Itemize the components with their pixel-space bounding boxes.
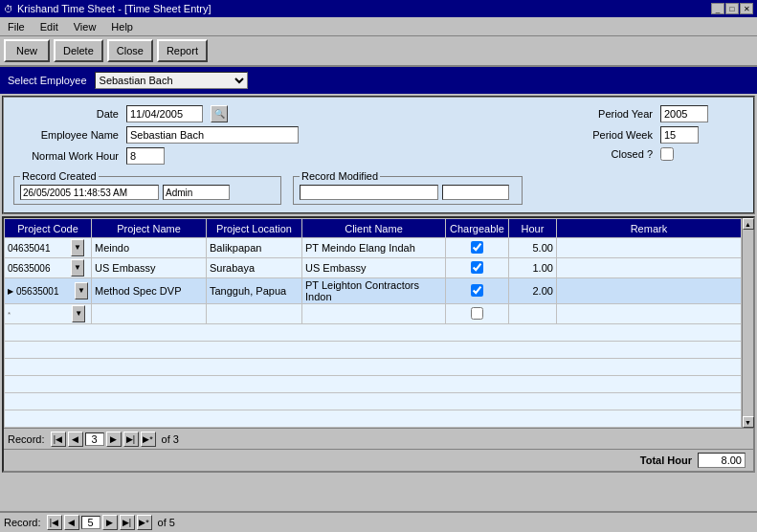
col-header-code: Project Code xyxy=(5,219,92,238)
record-modified-user[interactable] xyxy=(442,185,509,200)
scroll-up-button[interactable]: ▲ xyxy=(743,218,754,230)
inner-nav-current[interactable] xyxy=(85,432,104,446)
scroll-down-button[interactable]: ▼ xyxy=(743,416,754,428)
chargeable-new[interactable] xyxy=(471,307,483,320)
table-row[interactable]: ▶ ▼ Method Spec DVP Tangguh, Papua PT Le… xyxy=(5,278,742,304)
normal-work-hour-label: Normal Work Hour xyxy=(13,150,119,162)
chargeable-3[interactable] xyxy=(471,284,483,297)
table-scrollbar[interactable]: ▲ ▼ xyxy=(742,218,753,428)
project-location-3: Tangguh, Papua xyxy=(207,278,302,304)
nav-next-button[interactable]: ▶ xyxy=(106,432,122,447)
table-area: Project Code Project Name Project Locati… xyxy=(2,216,755,473)
maximize-button[interactable]: □ xyxy=(725,3,739,14)
employee-select[interactable]: Sebastian Bach xyxy=(95,72,248,89)
menu-edit[interactable]: Edit xyxy=(36,20,62,33)
close-button[interactable]: ✕ xyxy=(740,3,753,14)
code-input-1[interactable] xyxy=(8,241,70,255)
record-modified-datetime[interactable] xyxy=(300,185,438,200)
code-input-3[interactable] xyxy=(16,284,74,298)
code-dropdown-1[interactable]: ▼ xyxy=(71,239,84,256)
record-modified-legend: Record Modified xyxy=(300,170,380,182)
nav-first-button[interactable]: |◀ xyxy=(51,432,66,447)
outer-nav-bar: Record: |◀ ◀ ▶ ▶| ▶* of 5 xyxy=(0,511,757,532)
col-header-name: Project Name xyxy=(92,219,207,238)
record-created-user[interactable] xyxy=(163,185,230,200)
remark-3 xyxy=(556,278,741,304)
main-content: Date 🔍 Employee Name Normal Work Hour xyxy=(2,96,755,214)
date-input[interactable] xyxy=(126,105,203,122)
closed-label: Closed ? xyxy=(571,148,653,160)
project-name-1: Meindo xyxy=(92,238,207,258)
outer-nav-next-button[interactable]: ▶ xyxy=(102,515,118,530)
empty-row xyxy=(5,342,742,359)
title-bar: ⏱ Krishand Time Sheet - [Time Sheet Entr… xyxy=(0,0,757,17)
employee-name-input[interactable] xyxy=(126,126,299,144)
window-title: Krishand Time Sheet - [Time Sheet Entry] xyxy=(17,3,212,14)
date-label: Date xyxy=(13,108,119,120)
col-header-location: Project Location xyxy=(207,219,302,238)
code-dropdown-2[interactable]: ▼ xyxy=(71,259,84,277)
code-input-new[interactable] xyxy=(13,307,71,321)
empty-row xyxy=(5,376,742,393)
col-header-chargeable: Chargeable xyxy=(446,219,509,238)
outer-nav-total: of 5 xyxy=(158,517,175,528)
toolbar: New Delete Close Report xyxy=(0,36,757,67)
table-row-new[interactable]: * ▼ xyxy=(5,304,742,324)
total-hour-label: Total Hour xyxy=(640,454,692,466)
nav-last-button[interactable]: ▶| xyxy=(123,432,139,447)
new-button[interactable]: New xyxy=(4,39,50,62)
menu-help[interactable]: Help xyxy=(107,20,137,33)
period-week-label: Period Week xyxy=(571,129,653,141)
client-name-3: PT Leighton Contractors Indon xyxy=(302,278,446,304)
project-name-2: US Embassy xyxy=(92,258,207,278)
chargeable-1[interactable] xyxy=(471,241,483,254)
remark-2 xyxy=(556,258,741,278)
nav-new-button[interactable]: ▶* xyxy=(141,432,156,447)
client-name-1: PT Meindo Elang Indah xyxy=(302,238,446,258)
outer-nav-last-button[interactable]: ▶| xyxy=(120,515,135,530)
code-dropdown-new[interactable]: ▼ xyxy=(72,305,85,322)
table-row[interactable]: ▼ Meindo Balikpapan PT Meindo Elang Inda… xyxy=(5,238,742,258)
outer-nav-new-button[interactable]: ▶* xyxy=(137,515,152,530)
table-row[interactable]: ▼ US Embassy Surabaya US Embassy 1.00 xyxy=(5,258,742,278)
date-search-button[interactable]: 🔍 xyxy=(211,105,228,122)
record-modified-group: Record Modified xyxy=(293,176,523,205)
menu-view[interactable]: View xyxy=(70,20,100,33)
col-header-remark: Remark xyxy=(556,219,741,238)
menu-file[interactable]: File xyxy=(4,20,29,33)
code-input-2[interactable] xyxy=(8,261,70,275)
record-created-group: Record Created xyxy=(13,176,281,205)
outer-nav-label: Record: xyxy=(4,517,41,528)
nav-prev-button[interactable]: ◀ xyxy=(68,432,83,447)
remark-1 xyxy=(556,238,741,258)
employee-name-label: Employee Name xyxy=(13,129,119,141)
minimize-button[interactable]: _ xyxy=(711,3,724,14)
period-year-input[interactable] xyxy=(660,105,708,122)
period-week-input[interactable] xyxy=(660,126,699,144)
total-hour-value xyxy=(698,453,746,468)
project-location-1: Balikpapan xyxy=(207,238,302,258)
record-created-datetime[interactable] xyxy=(20,185,159,200)
row-indicator: ▶ xyxy=(8,287,13,296)
empty-row xyxy=(5,324,742,342)
menu-bar: File Edit View Help xyxy=(0,17,757,36)
outer-nav-prev-button[interactable]: ◀ xyxy=(64,515,79,530)
outer-nav-current[interactable] xyxy=(81,516,100,529)
report-button[interactable]: Report xyxy=(157,39,208,62)
normal-work-hour-input[interactable] xyxy=(126,147,165,165)
close-button[interactable]: Close xyxy=(107,39,153,62)
hour-1: 5.00 xyxy=(508,238,556,258)
chargeable-2[interactable] xyxy=(471,261,483,274)
hour-3: 2.00 xyxy=(508,278,556,304)
code-dropdown-3[interactable]: ▼ xyxy=(75,282,88,299)
empty-row xyxy=(5,410,742,428)
inner-nav-label: Record: xyxy=(8,433,45,445)
empty-row xyxy=(5,393,742,410)
closed-checkbox[interactable] xyxy=(660,147,674,161)
col-header-client: Client Name xyxy=(302,219,446,238)
select-employee-label: Select Employee xyxy=(8,75,87,86)
delete-button[interactable]: Delete xyxy=(54,39,103,62)
total-row: Total Hour xyxy=(4,449,753,471)
new-row-indicator: * xyxy=(8,310,11,319)
outer-nav-first-button[interactable]: |◀ xyxy=(47,515,62,530)
